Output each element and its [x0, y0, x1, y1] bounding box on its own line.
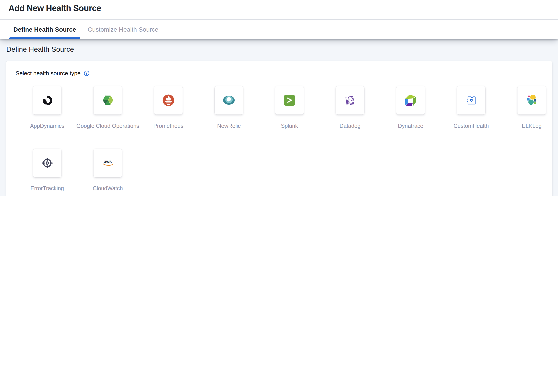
add-health-source-page: Add New Health Source Define Health Sour… — [0, 0, 558, 196]
health-source-tiles: AppDynamics Google Cloud Operations — [17, 86, 558, 193]
tiles-row-1: AppDynamics Google Cloud Operations — [17, 86, 558, 130]
tab-label: Define Health Source — [13, 26, 76, 33]
datadog-icon[interactable] — [336, 86, 364, 114]
tile-errortracking[interactable]: ErrorTracking — [17, 148, 78, 193]
tile-newrelic[interactable]: NewRelic — [199, 86, 259, 130]
customhealth-icon[interactable] — [457, 86, 485, 114]
tabs-row: Define Health Source Customize Health So… — [0, 20, 558, 39]
tile-google-cloud-operations[interactable]: Google Cloud Operations — [78, 86, 138, 130]
active-tab-underline — [9, 37, 80, 39]
svg-text:aws: aws — [104, 159, 112, 164]
define-section-heading: Define Health Source — [6, 39, 558, 53]
google-cloud-operations-icon[interactable] — [94, 86, 122, 114]
tile-cloudwatch[interactable]: aws CloudWatch — [78, 148, 138, 193]
define-card: Select health source type — [6, 61, 552, 196]
splunk-icon[interactable] — [275, 86, 304, 114]
title-row: Add New Health Source — [0, 0, 558, 20]
errortracking-icon[interactable] — [33, 148, 61, 177]
newrelic-icon[interactable] — [215, 86, 243, 114]
tile-datadog[interactable]: Datadog — [320, 86, 380, 130]
tab-define-health-source[interactable]: Define Health Source — [9, 20, 80, 39]
header: Add New Health Source Define Health Sour… — [0, 0, 558, 39]
tile-splunk[interactable]: Splunk — [259, 86, 320, 130]
select-source-type-label: Select health source type — [16, 70, 81, 76]
dynatrace-icon[interactable] — [396, 86, 425, 114]
tile-dynatrace[interactable]: Dynatrace — [380, 86, 441, 130]
prometheus-icon[interactable] — [154, 86, 183, 114]
tile-elklog[interactable]: ELKLog — [501, 86, 558, 130]
tile-prometheus[interactable]: Prometheus — [138, 86, 199, 130]
page-title: Add New Health Source — [9, 4, 101, 14]
elklog-icon[interactable] — [517, 86, 546, 114]
tiles-row-2: ErrorTracking aws CloudWatch — [17, 148, 558, 193]
tab-label: Customize Health Source — [88, 26, 158, 33]
tile-customhealth[interactable]: CustomHealth — [441, 86, 501, 130]
cloudwatch-icon[interactable]: aws — [94, 148, 122, 177]
tile-appdynamics[interactable]: AppDynamics — [17, 86, 78, 130]
select-source-type-info-icon[interactable] — [84, 70, 89, 76]
content-area: Define Health Source Select health sourc… — [0, 39, 558, 196]
tab-customize-health-source[interactable]: Customize Health Source — [84, 20, 163, 39]
appdynamics-icon[interactable] — [33, 86, 61, 114]
